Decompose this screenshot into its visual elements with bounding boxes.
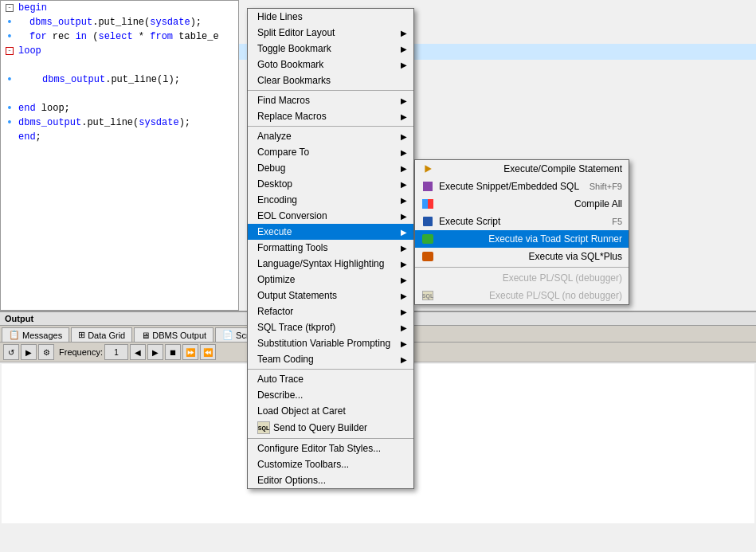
submenu-arrow-compare: ▶: [401, 148, 407, 157]
exec-toad-icon: [421, 233, 434, 245]
menu-label-desktop: Desktop: [257, 178, 401, 190]
code-content-8: end loop;: [17, 103, 238, 114]
menu-item-hide-lines[interactable]: Hide Lines: [248, 9, 413, 25]
code-content-4: loop: [17, 45, 238, 57]
menu-label-analyze: Analyze: [257, 131, 401, 142]
tab-messages-label: Messages: [22, 331, 62, 340]
submenu-arrow-eol: ▶: [401, 212, 407, 221]
menu-label-goto-bookmark: Goto Bookmark: [257, 59, 401, 70]
menu-item-exec-sqlplus[interactable]: Execute via SQL*Plus: [415, 248, 629, 265]
compile-all-label: Compile All: [574, 198, 622, 209]
submenu-arrow-refactor: ▶: [401, 307, 407, 316]
menu-item-output-stmts[interactable]: Output Statements ▶: [248, 288, 413, 303]
toolbar-refresh-btn[interactable]: ↺: [3, 344, 19, 360]
menu-label-subst-var: Substitution Variable Prompting: [257, 338, 401, 349]
code-line-9: • dbms_output.put_line(sysdate);: [1, 115, 238, 130]
menu-item-config-editor[interactable]: Configure Editor Tab Styles...: [248, 440, 413, 456]
frequency-label: Frequency:: [59, 347, 103, 357]
exec-snippet-label: Execute Snippet/Embedded SQL: [439, 181, 579, 192]
menu-item-split-editor[interactable]: Split Editor Layout ▶: [248, 25, 413, 41]
submenu-arrow-optimize: ▶: [401, 276, 407, 284]
menu-item-formatting[interactable]: Formatting Tools ▶: [248, 240, 413, 256]
tab-datagrid[interactable]: ⊞ Data Grid: [71, 327, 132, 342]
toolbar-settings-btn[interactable]: ⚙: [38, 344, 54, 360]
menu-item-lang-syntax[interactable]: Language/Syntax Highlighting ▶: [248, 256, 413, 272]
menu-item-desktop[interactable]: Desktop ▶: [248, 176, 413, 192]
menu-item-editor-options[interactable]: Editor Options...: [248, 472, 413, 488]
menu-item-load-object[interactable]: Load Object at Caret: [248, 403, 413, 419]
menu-label-refactor: Refactor: [257, 306, 401, 317]
menu-label-lang-syntax: Language/Syntax Highlighting: [257, 258, 401, 269]
menu-item-find-macros[interactable]: Find Macros ▶: [248, 92, 413, 108]
menu-item-customize-toolbars[interactable]: Customize Toolbars...: [248, 456, 413, 472]
menu-item-subst-var[interactable]: Substitution Variable Prompting ▶: [248, 335, 413, 351]
menu-item-eol[interactable]: EOL Conversion ▶: [248, 208, 413, 224]
toolbar-btn-d[interactable]: ⏩: [182, 344, 198, 360]
frequency-stepper[interactable]: 1: [104, 344, 128, 360]
submenu-arrow-team: ▶: [401, 355, 407, 364]
exec-snippet-icon: [421, 180, 434, 193]
tab-datagrid-label: Data Grid: [88, 331, 125, 340]
toolbar-btn-a[interactable]: ◀: [130, 344, 146, 360]
grid-icon: ⊞: [78, 330, 85, 340]
toolbar-btn-b[interactable]: ▶: [147, 344, 163, 360]
toolbar-btn-c[interactable]: ⏹: [165, 344, 181, 360]
menu-label-clear-bookmarks: Clear Bookmarks: [257, 75, 407, 86]
code-line-3: • for rec in (select * from table_e: [1, 29, 238, 44]
menu-item-exec-snippet[interactable]: Execute Snippet/Embedded SQL Shift+F9: [415, 178, 629, 195]
menu-label-config-editor: Configure Editor Tab Styles...: [257, 443, 407, 454]
menu-item-clear-bookmarks[interactable]: Clear Bookmarks: [248, 72, 413, 88]
frequency-value: 1: [114, 348, 119, 357]
exec-compile-stmt-label: Execute/Compile Statement: [503, 163, 622, 174]
menu-item-exec-plsql-nodebug[interactable]: SQL Execute PL/SQL (no debugger): [415, 287, 629, 304]
tab-dbmsoutput[interactable]: 🖥 DBMS Output: [134, 327, 213, 342]
code-line-4: - loop: [1, 44, 238, 58]
exec-script-icon: [421, 215, 434, 228]
line-gutter-3: •: [2, 30, 17, 43]
expand-collapse-icon[interactable]: -: [6, 4, 14, 12]
menu-item-analyze[interactable]: Analyze ▶: [248, 128, 413, 144]
submenu-arrow-replace: ▶: [401, 112, 407, 121]
submenu-arrow-execute: ▶: [401, 228, 407, 237]
execute-submenu[interactable]: Execute/Compile Statement Execute Snippe…: [414, 159, 629, 305]
code-content-10: end;: [17, 131, 238, 143]
menu-item-describe[interactable]: Describe...: [248, 387, 413, 403]
menu-item-compare-to[interactable]: Compare To ▶: [248, 144, 413, 160]
exec-plsql-nodebug-label: Execute PL/SQL (no debugger): [489, 290, 622, 301]
menu-item-auto-trace[interactable]: Auto Trace: [248, 371, 413, 387]
menu-item-exec-script[interactable]: Execute Script F5: [415, 213, 629, 230]
send-query-icon: SQL: [257, 421, 270, 434]
menu-item-sql-trace[interactable]: SQL Trace (tkprof) ▶: [248, 319, 413, 335]
code-line-2: • dbms_output.put_line(sysdate);: [1, 15, 238, 29]
menu-label-optimize: Optimize: [257, 274, 401, 285]
toolbar-btn-e[interactable]: ⏪: [200, 344, 216, 360]
code-line-6: • dbms_output.put_line(l);: [1, 72, 238, 87]
tab-messages[interactable]: 📋 Messages: [2, 327, 69, 342]
code-line-1: - begin: [1, 1, 238, 15]
menu-item-execute[interactable]: Execute ▶: [248, 224, 413, 240]
code-editor[interactable]: - begin • dbms_output.put_line(sysdate);…: [0, 0, 239, 311]
menu-item-optimize[interactable]: Optimize ▶: [248, 272, 413, 288]
menu-item-goto-bookmark[interactable]: Goto Bookmark ▶: [248, 57, 413, 72]
menu-item-toggle-bookmark[interactable]: Toggle Bookmark ▶: [248, 41, 413, 57]
menu-item-replace-macros[interactable]: Replace Macros ▶: [248, 108, 413, 124]
exec-sqlplus-icon: [421, 250, 434, 263]
menu-item-debug[interactable]: Debug ▶: [248, 160, 413, 176]
menu-item-exec-toad[interactable]: Execute via Toad Script Runner: [415, 230, 629, 248]
menu-label-load-object: Load Object at Caret: [257, 405, 407, 417]
menu-item-send-query[interactable]: SQL Send to Query Builder: [248, 419, 413, 437]
menu-label-output-stmts: Output Statements: [257, 290, 401, 301]
menu-item-refactor[interactable]: Refactor ▶: [248, 303, 413, 319]
menu-item-exec-compile-stmt[interactable]: Execute/Compile Statement: [415, 160, 629, 178]
submenu-arrow-lang: ▶: [401, 260, 407, 268]
submenu-arrow-toggle: ▶: [401, 45, 407, 53]
context-menu[interactable]: Hide Lines Split Editor Layout ▶ Toggle …: [247, 8, 414, 489]
menu-item-exec-plsql-debug[interactable]: Execute PL/SQL (debugger): [415, 269, 629, 287]
menu-label-auto-trace: Auto Trace: [257, 374, 407, 385]
toolbar-start-btn[interactable]: ▶: [21, 344, 37, 360]
menu-item-team-coding[interactable]: Team Coding ▶: [248, 351, 413, 367]
menu-item-encoding[interactable]: Encoding ▶: [248, 192, 413, 208]
menu-item-compile-all[interactable]: Compile All: [415, 195, 629, 213]
menu-label-send-query: Send to Query Builder: [273, 422, 407, 433]
menu-label-toggle-bookmark: Toggle Bookmark: [257, 43, 401, 54]
